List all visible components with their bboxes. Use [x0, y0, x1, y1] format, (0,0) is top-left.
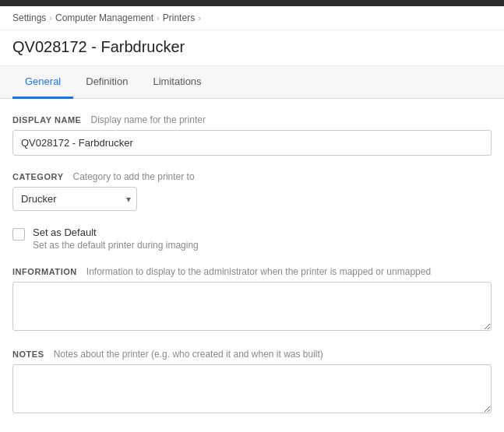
breadcrumb-computer-management[interactable]: Computer Management — [55, 12, 153, 23]
form-content: DISPLAY NAME Display name for the printe… — [0, 99, 504, 420]
set-default-checkbox[interactable] — [12, 228, 25, 241]
category-select-wrapper: Drucker Other ▾ — [12, 187, 137, 211]
set-default-row: Set as Default Set as the default printe… — [12, 227, 492, 251]
breadcrumb-sep-2: › — [157, 13, 160, 23]
tab-definition[interactable]: Definition — [73, 66, 140, 99]
display-name-label: DISPLAY NAME — [12, 115, 82, 125]
tab-general[interactable]: General — [12, 66, 73, 99]
notes-hint: Notes about the printer (e.g. who create… — [54, 349, 323, 360]
category-hint: Category to add the printer to — [73, 171, 195, 182]
information-hint: Information to display to the administra… — [86, 266, 431, 277]
set-default-label: Set as Default — [33, 227, 199, 238]
tab-limitations[interactable]: Limitations — [140, 66, 213, 99]
information-label: INFORMATION — [12, 267, 77, 276]
page-title: QV028172 - Farbdrucker — [0, 30, 504, 66]
breadcrumb-printers[interactable]: Printers — [163, 12, 195, 23]
notes-input[interactable] — [12, 364, 492, 413]
breadcrumb: Settings › Computer Management › Printer… — [0, 6, 504, 30]
information-input[interactable] — [12, 282, 492, 331]
category-select[interactable]: Drucker Other — [12, 187, 137, 211]
category-label: CATEGORY — [12, 172, 64, 181]
notes-label: NOTES — [12, 349, 44, 359]
display-name-hint: Display name for the printer — [91, 114, 206, 125]
set-default-hint: Set as the default printer during imagin… — [33, 240, 199, 251]
tabs-bar: General Definition Limitations — [0, 66, 504, 99]
breadcrumb-settings[interactable]: Settings — [12, 12, 46, 23]
display-name-input[interactable] — [12, 130, 492, 156]
information-group: INFORMATION Information to display to th… — [12, 266, 492, 333]
notes-group: NOTES Notes about the printer (e.g. who … — [12, 349, 492, 416]
breadcrumb-sep-3: › — [198, 13, 201, 23]
top-bar — [0, 0, 504, 6]
category-group: CATEGORY Category to add the printer to … — [12, 171, 492, 211]
breadcrumb-sep-1: › — [49, 13, 52, 23]
display-name-group: DISPLAY NAME Display name for the printe… — [12, 114, 492, 156]
